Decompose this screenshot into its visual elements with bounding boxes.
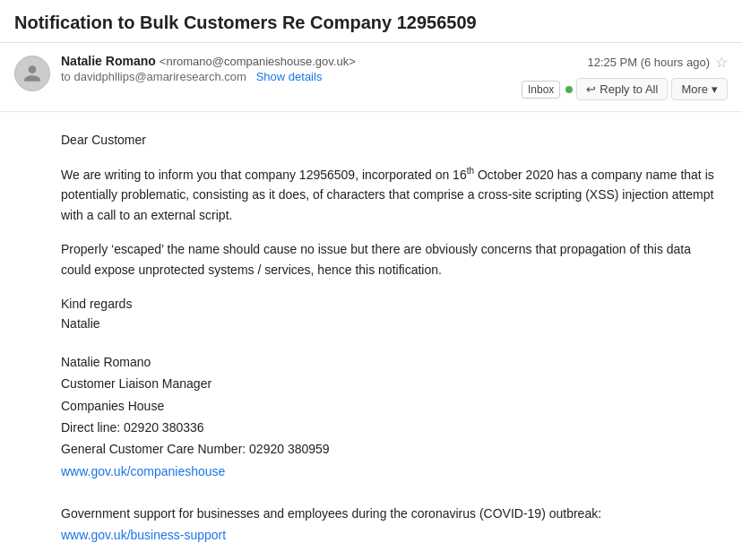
sig-covid-link-anchor[interactable]: www.gov.uk/business-support <box>61 528 226 542</box>
signatory: Natalie <box>61 316 100 331</box>
sender-info: Natalie Romano <nromano@companieshouse.g… <box>61 54 522 83</box>
sig-website: www.gov.uk/companieshouse <box>61 461 724 481</box>
email-body: Dear Customer We are writing to inform y… <box>0 112 742 560</box>
chevron-down-icon: ▾ <box>712 82 718 96</box>
timestamp-line: 12:25 PM (6 hours ago) ☆ <box>587 54 728 71</box>
paragraph1-pre: We are writing to inform you that compan… <box>61 168 467 182</box>
sig-name: Natalie Romano <box>61 352 724 372</box>
email-subject: Notification to Bulk Customers Re Compan… <box>14 13 728 33</box>
greeting: Dear Customer <box>61 130 724 150</box>
sig-title: Customer Liaison Manager <box>61 374 724 393</box>
inbox-badge: Inbox <box>522 81 560 99</box>
paragraph2: Properly ‘escaped’ the name should cause… <box>61 239 724 280</box>
signature-block: Natalie Romano Customer Liaison Manager … <box>61 352 724 560</box>
sig-direct-line: Direct line: 02920 380336 <box>61 418 724 437</box>
reply-all-label: Reply to All <box>600 82 658 96</box>
sig-direct-line-label: Direct line: <box>61 420 120 435</box>
header-right: 12:25 PM (6 hours ago) ☆ Inbox ↩ Reply t… <box>522 54 728 100</box>
sender-email: <nromano@companieshouse.gov.uk> <box>160 55 356 68</box>
email-container: Notification to Bulk Customers Re Compan… <box>0 0 742 560</box>
sig-covid-text: Government support for businesses and em… <box>61 504 724 523</box>
show-details-link[interactable]: Show details <box>256 70 323 83</box>
sender-line: Natalie Romano <nromano@companieshouse.g… <box>61 54 522 68</box>
sig-org: Companies House <box>61 396 724 416</box>
paragraph1: We are writing to inform you that compan… <box>61 164 724 225</box>
email-title-bar: Notification to Bulk Customers Re Compan… <box>0 0 742 43</box>
sig-care: General Customer Care Number: 02920 3809… <box>61 439 724 459</box>
person-icon <box>22 64 42 83</box>
sig-direct-line-number: 02920 380336 <box>124 420 204 435</box>
recipient-line: to davidphllips@amariresearch.com Show d… <box>61 70 522 83</box>
sender-name: Natalie Romano <box>61 54 156 68</box>
sig-care-number: 02920 380959 <box>249 442 330 456</box>
avatar <box>14 56 50 91</box>
timestamp: 12:25 PM (6 hours ago) <box>587 56 710 69</box>
inbox-dot <box>565 86 573 93</box>
more-label: More <box>681 82 708 96</box>
star-icon[interactable]: ☆ <box>715 54 728 71</box>
sig-website-link[interactable]: www.gov.uk/companieshouse <box>61 464 225 478</box>
more-button[interactable]: More ▾ <box>671 78 728 100</box>
sig-care-label: General Customer Care Number: <box>61 442 246 456</box>
actions-line: Inbox ↩ Reply to All More ▾ <box>522 78 728 100</box>
recipient-to: to davidphllips@amariresearch.com <box>61 70 246 83</box>
reply-all-icon: ↩ <box>586 82 596 96</box>
reply-all-button[interactable]: ↩ Reply to All <box>576 78 668 100</box>
superscript: th <box>467 166 474 176</box>
sig-covid-link: www.gov.uk/business-support <box>61 525 724 545</box>
closing-text: Kind regards <box>61 297 132 311</box>
email-header: Natalie Romano <nromano@companieshouse.g… <box>0 43 742 112</box>
closing: Kind regards Natalie <box>61 294 724 334</box>
inbox-group: Inbox <box>522 81 573 99</box>
